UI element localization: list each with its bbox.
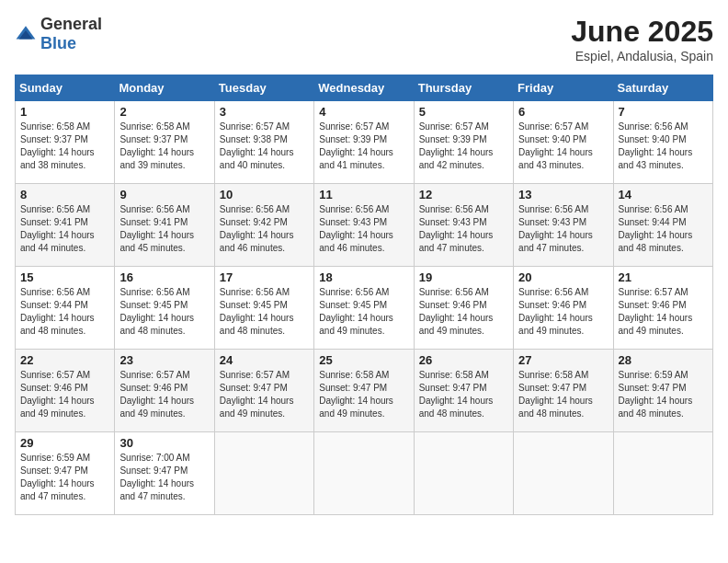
cell-info: Sunrise: 6:56 AMSunset: 9:41 PMDaylight:… — [20, 204, 95, 253]
calendar-row: 29Sunrise: 6:59 AMSunset: 9:47 PMDayligh… — [16, 432, 713, 515]
calendar-cell-14: 14Sunrise: 6:56 AMSunset: 9:44 PMDayligh… — [613, 184, 712, 267]
calendar-cell-9: 9Sunrise: 6:56 AMSunset: 9:41 PMDaylight… — [115, 184, 214, 267]
day-number: 27 — [518, 353, 608, 367]
cell-info: Sunrise: 6:59 AMSunset: 9:47 PMDaylight:… — [619, 370, 693, 419]
empty-cell — [414, 432, 513, 515]
col-thursday: Thursday — [414, 75, 513, 101]
cell-info: Sunrise: 6:57 AMSunset: 9:46 PMDaylight:… — [119, 370, 194, 419]
cell-info: Sunrise: 6:56 AMSunset: 9:40 PMDaylight:… — [619, 121, 693, 170]
calendar-cell-21: 21Sunrise: 6:57 AMSunset: 9:46 PMDayligh… — [613, 267, 712, 350]
day-number: 5 — [419, 105, 508, 119]
logo: General Blue — [15, 15, 102, 53]
calendar-row: 22Sunrise: 6:57 AMSunset: 9:46 PMDayligh… — [16, 350, 713, 432]
calendar-cell-4: 4Sunrise: 6:57 AMSunset: 9:39 PMDaylight… — [314, 101, 414, 184]
day-number: 24 — [220, 353, 309, 367]
cell-info: Sunrise: 6:56 AMSunset: 9:46 PMDaylight:… — [419, 287, 494, 336]
cell-info: Sunrise: 6:57 AMSunset: 9:38 PMDaylight:… — [220, 121, 294, 170]
cell-info: Sunrise: 6:57 AMSunset: 9:46 PMDaylight:… — [20, 370, 95, 419]
calendar-row: 15Sunrise: 6:56 AMSunset: 9:44 PMDayligh… — [16, 267, 713, 350]
calendar-cell-20: 20Sunrise: 6:56 AMSunset: 9:46 PMDayligh… — [514, 267, 613, 350]
cell-info: Sunrise: 6:58 AMSunset: 9:47 PMDaylight:… — [419, 370, 494, 419]
day-number: 1 — [20, 105, 109, 119]
cell-info: Sunrise: 6:57 AMSunset: 9:39 PMDaylight:… — [419, 121, 494, 170]
calendar-table: Sunday Monday Tuesday Wednesday Thursday… — [15, 75, 713, 515]
day-number: 21 — [619, 270, 708, 284]
calendar-cell-7: 7Sunrise: 6:56 AMSunset: 9:40 PMDaylight… — [613, 101, 712, 184]
calendar-cell-3: 3Sunrise: 6:57 AMSunset: 9:38 PMDaylight… — [214, 101, 313, 184]
empty-cell — [514, 432, 613, 515]
calendar-cell-2: 2Sunrise: 6:58 AMSunset: 9:37 PMDaylight… — [115, 101, 214, 184]
calendar-cell-12: 12Sunrise: 6:56 AMSunset: 9:43 PMDayligh… — [414, 184, 513, 267]
logo-general: General — [40, 15, 102, 33]
location: Espiel, Andalusia, Spain — [571, 49, 713, 63]
day-number: 28 — [619, 353, 708, 367]
calendar-cell-11: 11Sunrise: 6:56 AMSunset: 9:43 PMDayligh… — [314, 184, 414, 267]
calendar-cell-28: 28Sunrise: 6:59 AMSunset: 9:47 PMDayligh… — [613, 350, 712, 432]
day-number: 2 — [119, 105, 209, 119]
calendar-row: 1Sunrise: 6:58 AMSunset: 9:37 PMDaylight… — [16, 101, 713, 184]
day-number: 12 — [419, 188, 508, 201]
cell-info: Sunrise: 6:56 AMSunset: 9:44 PMDaylight:… — [20, 287, 95, 336]
cell-info: Sunrise: 6:56 AMSunset: 9:45 PMDaylight:… — [220, 287, 294, 336]
day-number: 23 — [119, 353, 209, 367]
cell-info: Sunrise: 6:58 AMSunset: 9:37 PMDaylight:… — [119, 121, 194, 170]
cell-info: Sunrise: 6:56 AMSunset: 9:46 PMDaylight:… — [518, 287, 593, 336]
day-number: 14 — [619, 188, 708, 201]
calendar-cell-17: 17Sunrise: 6:56 AMSunset: 9:45 PMDayligh… — [214, 267, 313, 350]
cell-info: Sunrise: 6:59 AMSunset: 9:47 PMDaylight:… — [20, 453, 95, 501]
cell-info: Sunrise: 6:56 AMSunset: 9:43 PMDaylight:… — [419, 204, 494, 253]
day-number: 25 — [319, 353, 408, 367]
day-number: 9 — [119, 188, 209, 201]
calendar-cell-15: 15Sunrise: 6:56 AMSunset: 9:44 PMDayligh… — [16, 267, 115, 350]
cell-info: Sunrise: 6:57 AMSunset: 9:47 PMDaylight:… — [220, 370, 294, 419]
page-header: General Blue June 2025 Espiel, Andalusia… — [15, 15, 713, 63]
col-wednesday: Wednesday — [314, 75, 414, 101]
calendar-cell-23: 23Sunrise: 6:57 AMSunset: 9:46 PMDayligh… — [115, 350, 214, 432]
header-row: Sunday Monday Tuesday Wednesday Thursday… — [16, 75, 713, 101]
calendar-cell-8: 8Sunrise: 6:56 AMSunset: 9:41 PMDaylight… — [16, 184, 115, 267]
cell-info: Sunrise: 6:56 AMSunset: 9:45 PMDaylight:… — [319, 287, 393, 336]
calendar-cell-10: 10Sunrise: 6:56 AMSunset: 9:42 PMDayligh… — [214, 184, 313, 267]
empty-cell — [613, 432, 712, 515]
col-sunday: Sunday — [16, 75, 115, 101]
cell-info: Sunrise: 6:58 AMSunset: 9:37 PMDaylight:… — [20, 121, 95, 170]
day-number: 30 — [119, 436, 209, 450]
calendar-cell-22: 22Sunrise: 6:57 AMSunset: 9:46 PMDayligh… — [16, 350, 115, 432]
day-number: 7 — [619, 105, 708, 119]
logo-icon — [15, 23, 37, 45]
cell-info: Sunrise: 6:56 AMSunset: 9:42 PMDaylight:… — [220, 204, 294, 253]
calendar-cell-24: 24Sunrise: 6:57 AMSunset: 9:47 PMDayligh… — [214, 350, 313, 432]
day-number: 10 — [220, 188, 309, 201]
calendar-cell-19: 19Sunrise: 6:56 AMSunset: 9:46 PMDayligh… — [414, 267, 513, 350]
cell-info: Sunrise: 6:56 AMSunset: 9:45 PMDaylight:… — [119, 287, 194, 336]
title-block: June 2025 Espiel, Andalusia, Spain — [571, 15, 713, 63]
cell-info: Sunrise: 6:56 AMSunset: 9:43 PMDaylight:… — [518, 204, 593, 253]
day-number: 26 — [419, 353, 508, 367]
calendar-cell-6: 6Sunrise: 6:57 AMSunset: 9:40 PMDaylight… — [514, 101, 613, 184]
calendar-cell-5: 5Sunrise: 6:57 AMSunset: 9:39 PMDaylight… — [414, 101, 513, 184]
calendar-cell-30: 30Sunrise: 7:00 AMSunset: 9:47 PMDayligh… — [115, 432, 214, 515]
day-number: 20 — [518, 270, 608, 284]
cell-info: Sunrise: 6:58 AMSunset: 9:47 PMDaylight:… — [518, 370, 593, 419]
col-tuesday: Tuesday — [214, 75, 313, 101]
day-number: 15 — [20, 270, 109, 284]
col-friday: Friday — [514, 75, 613, 101]
calendar-row: 8Sunrise: 6:56 AMSunset: 9:41 PMDaylight… — [16, 184, 713, 267]
logo-blue: Blue — [40, 34, 76, 52]
calendar-cell-25: 25Sunrise: 6:58 AMSunset: 9:47 PMDayligh… — [314, 350, 414, 432]
cell-info: Sunrise: 6:57 AMSunset: 9:39 PMDaylight:… — [319, 121, 393, 170]
day-number: 18 — [319, 270, 408, 284]
cell-info: Sunrise: 6:56 AMSunset: 9:43 PMDaylight:… — [319, 204, 393, 253]
day-number: 11 — [319, 188, 408, 201]
cell-info: Sunrise: 6:56 AMSunset: 9:41 PMDaylight:… — [119, 204, 194, 253]
day-number: 19 — [419, 270, 508, 284]
cell-info: Sunrise: 6:57 AMSunset: 9:46 PMDaylight:… — [619, 287, 693, 336]
day-number: 17 — [220, 270, 309, 284]
day-number: 13 — [518, 188, 608, 201]
col-monday: Monday — [115, 75, 214, 101]
empty-cell — [214, 432, 313, 515]
cell-info: Sunrise: 6:58 AMSunset: 9:47 PMDaylight:… — [319, 370, 393, 419]
day-number: 16 — [119, 270, 209, 284]
calendar-cell-16: 16Sunrise: 6:56 AMSunset: 9:45 PMDayligh… — [115, 267, 214, 350]
calendar-cell-1: 1Sunrise: 6:58 AMSunset: 9:37 PMDaylight… — [16, 101, 115, 184]
